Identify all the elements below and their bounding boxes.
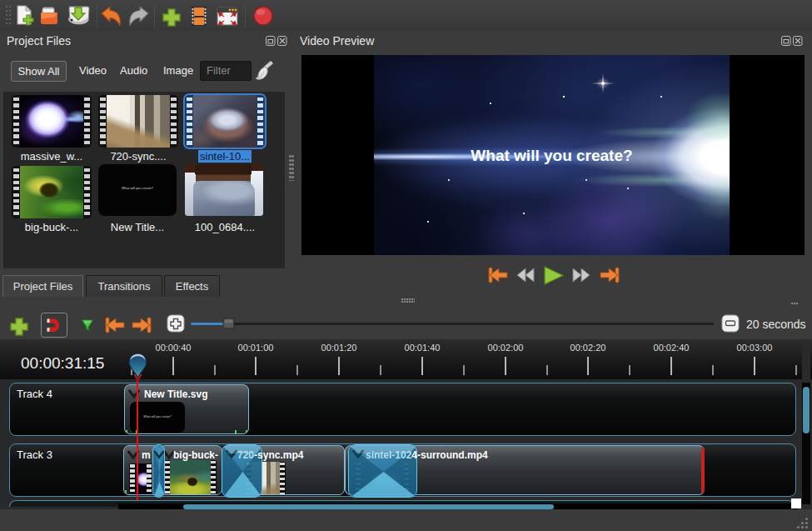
svg-text:20 seconds: 20 seconds — [746, 318, 806, 331]
